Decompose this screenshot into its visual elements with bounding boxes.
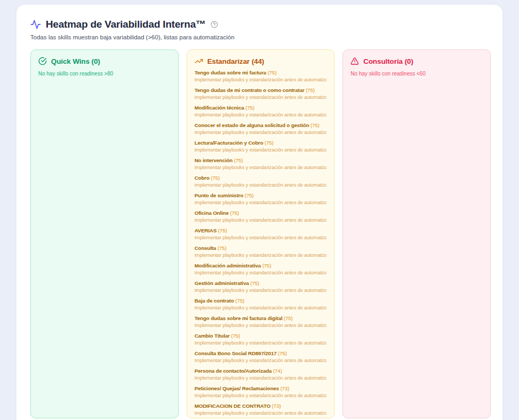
skill-item: Consulta Bono Social RD897/2017 (75)Impl… [195,350,327,364]
skill-item: No intervención (75)Implementar playbook… [195,157,327,171]
skill-note: Implementar playbooks y estandarización … [195,287,327,293]
skill-title: Punto de suministro (75) [195,192,327,199]
skill-name: Conocer el estado de alguna solicitud o … [195,122,309,128]
skill-title: Consulta (75) [195,245,327,251]
skill-title: Modificación técnica (75) [195,104,327,111]
skill-note: Implementar playbooks y estandarización … [195,94,327,100]
skill-score: (75) [234,298,244,304]
skill-note: Implementar playbooks y estandarización … [195,305,327,311]
quick-wins-empty-note: No hay skills con readiness >80 [38,71,171,77]
skill-title: Conocer el estado de alguna solicitud o … [195,122,327,129]
skill-title: Oficina Online (75) [195,209,327,216]
consultoria-title: Consultoría (0) [363,57,413,65]
skill-note: Implementar playbooks y estandarización … [195,112,327,118]
skill-score: (75) [210,175,220,181]
skill-title: Tengo dudas sobre mi factura (75) [195,69,327,76]
skill-title: No intervención (75) [195,157,327,164]
skill-item: Peticiones/ Quejas/ Reclamaciones (73)Im… [195,385,327,399]
skill-item: Persona de contacto/Autorizada (74)Imple… [195,367,327,382]
skill-title: Consulta Bono Social RD897/2017 (75) [195,350,327,357]
skill-item: Conocer el estado de alguna solicitud o … [195,122,327,136]
estandarizar-skill-list: Tengo dudas sobre mi factura (75)Impleme… [195,69,327,417]
skill-item: Consulta (75)Implementar playbooks y est… [195,245,327,259]
skill-name: Cambio Titular [195,333,230,339]
skill-score: (75) [230,333,240,339]
skill-item: Tengo dudas sobre mi factura digital (75… [195,315,327,329]
skill-note: Implementar playbooks y estandarización … [195,357,327,364]
skill-score: (75) [244,105,254,111]
trending-up-icon [195,57,203,65]
skill-note: Implementar playbooks y estandarización … [195,182,327,188]
skill-score: (73) [271,403,281,409]
skill-name: Modificación técnica [195,105,244,111]
readiness-columns: Quick Wins (0) No hay skills con readine… [30,49,491,418]
skill-item: Cobro (75)Implementar playbooks y estand… [195,174,327,189]
skill-name: Gestión administrativa [195,280,249,286]
skill-name: Tengo dudas de mi contrato o como contra… [195,87,305,93]
skill-note: Implementar playbooks y estandarización … [195,392,327,399]
skill-item: Cambio Titular (75)Implementar playbooks… [195,332,327,347]
skill-score: (75) [216,228,227,233]
skill-score: (75) [309,122,319,128]
skill-title: Tengo dudas de mi contrato o como contra… [195,87,327,94]
skill-score: (75) [282,315,292,321]
skill-score: (75) [266,70,277,75]
skill-name: Consulta Bono Social RD897/2017 [195,350,277,356]
skill-note: Implementar playbooks y estandarización … [195,147,327,153]
skill-item: Modificación administrativa (75)Implemen… [195,262,327,276]
skill-note: Implementar playbooks y estandarización … [195,252,327,258]
skill-title: Cambio Titular (75) [195,332,327,339]
skill-title: Cobro (75) [195,174,327,181]
skill-score: (75) [263,140,273,146]
skill-item: Baja de contrato (75)Implementar playboo… [195,297,327,312]
skill-item: Tengo dudas sobre mi factura (75)Impleme… [195,69,327,83]
skill-note: Implementar playbooks y estandarización … [195,410,327,416]
estandarizar-title: Estandarizar (44) [207,57,264,65]
skill-name: Baja de contrato [195,298,234,304]
card-header: Heatmap de Variabilidad Interna™ [30,19,491,30]
skill-name: Lectura/Facturación y Cobro [195,140,263,146]
skill-note: Implementar playbooks y estandarización … [195,270,327,276]
estandarizar-header: Estandarizar (44) [195,57,327,65]
skill-note: Implementar playbooks y estandarización … [195,199,327,206]
consultoria-header: Consultoría (0) [350,57,483,65]
consultoria-empty-note: No hay skills con readiness <60 [350,71,483,77]
skill-note: Implementar playbooks y estandarización … [195,217,327,223]
skill-title: MODIFICACION DE CONTRATO (73) [195,402,327,409]
skill-note: Implementar playbooks y estandarización … [195,234,327,241]
heatmap-card: Heatmap de Variabilidad Interna™ Todas l… [16,4,503,420]
skill-title: Tengo dudas sobre mi factura digital (75… [195,315,327,322]
check-circle-icon [38,57,47,65]
skill-title: Peticiones/ Quejas/ Reclamaciones (73) [195,385,327,392]
page-subtitle: Todas las skills muestran baja variabili… [30,34,491,40]
skill-item: MODIFICACION DE CONTRATO (73)Implementar… [195,402,327,417]
skill-title: Modificación administrativa (75) [195,262,327,269]
skill-note: Implementar playbooks y estandarización … [195,164,327,171]
skill-name: Punto de suministro [195,192,244,198]
skill-item: Modificación técnica (75)Implementar pla… [195,104,327,119]
skill-score: (75) [261,263,271,268]
skill-name: Tengo dudas sobre mi factura [195,70,266,75]
skill-score: (75) [249,280,259,286]
skill-score: (75) [216,245,226,251]
skill-title: Baja de contrato (75) [195,297,327,304]
estandarizar-column[interactable]: Estandarizar (44) Tengo dudas sobre mi f… [187,49,335,418]
skill-name: Consulta [195,245,216,251]
skill-name: Cobro [195,175,210,181]
skill-item: Lectura/Facturación y Cobro (75)Implemen… [195,139,327,154]
skill-title: Lectura/Facturación y Cobro (75) [195,139,327,146]
skill-score: (75) [277,350,287,356]
page-title: Heatmap de Variabilidad Interna™ [46,19,206,30]
skill-item: Oficina Online (75)Implementar playbooks… [195,209,327,224]
skill-item: Punto de suministro (75)Implementar play… [195,192,327,206]
skill-score: (75) [232,157,242,163]
skill-name: AVERIAS [195,228,217,233]
skill-name: Oficina Online [195,210,229,216]
skill-score: (74) [272,368,282,374]
skill-item: Tengo dudas de mi contrato o como contra… [195,87,327,101]
skill-name: Modificación administrativa [195,263,261,268]
activity-pulse-icon [30,19,41,30]
help-circle-icon[interactable] [211,21,218,28]
alert-triangle-icon [350,57,359,65]
skill-score: (75) [244,192,254,198]
